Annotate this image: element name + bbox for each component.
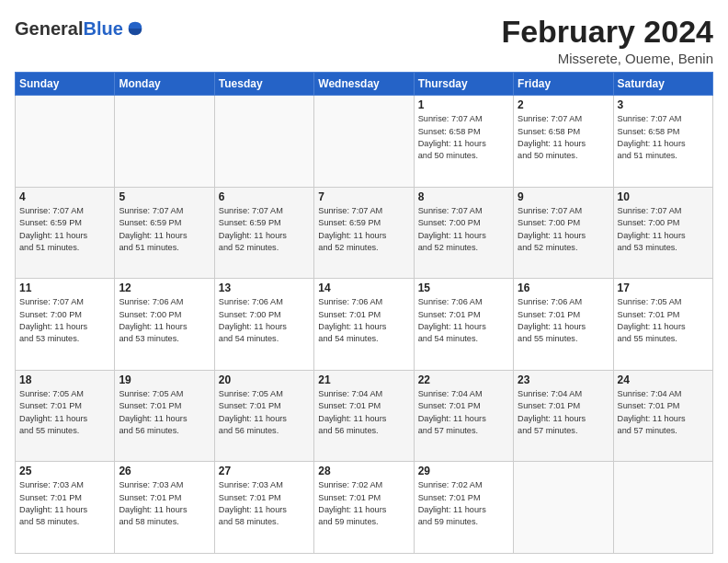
day-number: 17 — [618, 282, 709, 294]
day-number: 29 — [418, 465, 509, 477]
table-row: 17Sunrise: 7:05 AM Sunset: 7:01 PM Dayli… — [613, 279, 712, 371]
day-info: Sunrise: 7:04 AM Sunset: 7:01 PM Dayligh… — [418, 388, 509, 437]
day-info: Sunrise: 7:07 AM Sunset: 6:58 PM Dayligh… — [618, 113, 709, 162]
header: GeneralBlue February 2024 Misserete, Oue… — [15, 15, 713, 66]
col-wednesday: Wednesday — [314, 73, 414, 96]
col-sunday: Sunday — [16, 73, 115, 96]
title-area: February 2024 Misserete, Oueme, Benin — [501, 15, 713, 66]
day-info: Sunrise: 7:07 AM Sunset: 7:00 PM Dayligh… — [418, 205, 509, 254]
logo-general: General — [15, 18, 83, 39]
day-info: Sunrise: 7:07 AM Sunset: 7:00 PM Dayligh… — [19, 296, 110, 345]
table-row — [314, 96, 414, 188]
page: GeneralBlue February 2024 Misserete, Oue… — [0, 0, 728, 563]
day-number: 19 — [119, 373, 210, 386]
day-number: 28 — [318, 465, 409, 477]
day-info: Sunrise: 7:06 AM Sunset: 7:00 PM Dayligh… — [219, 296, 310, 345]
table-row — [115, 96, 214, 188]
calendar-week-row: 11Sunrise: 7:07 AM Sunset: 7:00 PM Dayli… — [16, 279, 713, 371]
logo-icon — [125, 18, 145, 39]
location: Misserete, Oueme, Benin — [501, 51, 713, 66]
day-info: Sunrise: 7:05 AM Sunset: 7:01 PM Dayligh… — [19, 388, 110, 437]
table-row: 25Sunrise: 7:03 AM Sunset: 7:01 PM Dayli… — [16, 462, 115, 554]
col-friday: Friday — [514, 73, 613, 96]
table-row — [16, 96, 115, 188]
calendar-week-row: 4Sunrise: 7:07 AM Sunset: 6:59 PM Daylig… — [16, 187, 713, 279]
day-info: Sunrise: 7:07 AM Sunset: 7:00 PM Dayligh… — [618, 205, 709, 254]
day-info: Sunrise: 7:07 AM Sunset: 6:59 PM Dayligh… — [19, 205, 110, 254]
day-info: Sunrise: 7:02 AM Sunset: 7:01 PM Dayligh… — [318, 479, 409, 528]
day-info: Sunrise: 7:05 AM Sunset: 7:01 PM Dayligh… — [119, 388, 210, 437]
day-number: 3 — [618, 98, 709, 111]
day-number: 10 — [618, 190, 709, 203]
table-row: 26Sunrise: 7:03 AM Sunset: 7:01 PM Dayli… — [115, 462, 214, 554]
calendar-table: Sunday Monday Tuesday Wednesday Thursday… — [15, 72, 713, 554]
day-number: 16 — [518, 282, 609, 294]
logo-text: GeneralBlue — [15, 18, 145, 39]
day-info: Sunrise: 7:07 AM Sunset: 6:58 PM Dayligh… — [518, 113, 609, 162]
table-row: 22Sunrise: 7:04 AM Sunset: 7:01 PM Dayli… — [414, 370, 513, 462]
col-thursday: Thursday — [414, 73, 513, 96]
table-row: 16Sunrise: 7:06 AM Sunset: 7:01 PM Dayli… — [514, 279, 613, 371]
day-number: 13 — [219, 282, 310, 294]
table-row: 3Sunrise: 7:07 AM Sunset: 6:58 PM Daylig… — [613, 96, 712, 188]
day-info: Sunrise: 7:07 AM Sunset: 6:58 PM Dayligh… — [418, 113, 509, 162]
day-number: 27 — [219, 465, 310, 477]
day-info: Sunrise: 7:02 AM Sunset: 7:01 PM Dayligh… — [418, 479, 509, 528]
table-row: 11Sunrise: 7:07 AM Sunset: 7:00 PM Dayli… — [16, 279, 115, 371]
day-info: Sunrise: 7:07 AM Sunset: 6:59 PM Dayligh… — [219, 205, 310, 254]
logo: GeneralBlue — [15, 18, 145, 39]
day-number: 4 — [19, 190, 110, 203]
day-number: 26 — [119, 465, 210, 477]
month-year: February 2024 — [501, 15, 713, 49]
table-row: 12Sunrise: 7:06 AM Sunset: 7:00 PM Dayli… — [115, 279, 214, 371]
table-row: 6Sunrise: 7:07 AM Sunset: 6:59 PM Daylig… — [214, 187, 313, 279]
table-row: 18Sunrise: 7:05 AM Sunset: 7:01 PM Dayli… — [16, 370, 115, 462]
logo-blue: Blue — [83, 18, 122, 39]
day-number: 1 — [418, 98, 509, 111]
calendar-week-row: 25Sunrise: 7:03 AM Sunset: 7:01 PM Dayli… — [16, 462, 713, 554]
day-number: 7 — [318, 190, 409, 203]
table-row — [214, 96, 313, 188]
day-info: Sunrise: 7:03 AM Sunset: 7:01 PM Dayligh… — [119, 479, 210, 528]
table-row: 13Sunrise: 7:06 AM Sunset: 7:00 PM Dayli… — [214, 279, 313, 371]
day-number: 8 — [418, 190, 509, 203]
day-info: Sunrise: 7:04 AM Sunset: 7:01 PM Dayligh… — [618, 388, 709, 437]
col-monday: Monday — [115, 73, 214, 96]
day-info: Sunrise: 7:03 AM Sunset: 7:01 PM Dayligh… — [219, 479, 310, 528]
day-number: 24 — [618, 373, 709, 386]
table-row: 27Sunrise: 7:03 AM Sunset: 7:01 PM Dayli… — [214, 462, 313, 554]
table-row: 9Sunrise: 7:07 AM Sunset: 7:00 PM Daylig… — [514, 187, 613, 279]
calendar-week-row: 1Sunrise: 7:07 AM Sunset: 6:58 PM Daylig… — [16, 96, 713, 188]
day-number: 20 — [219, 373, 310, 386]
day-info: Sunrise: 7:07 AM Sunset: 6:59 PM Dayligh… — [318, 205, 409, 254]
col-saturday: Saturday — [613, 73, 712, 96]
table-row: 20Sunrise: 7:05 AM Sunset: 7:01 PM Dayli… — [214, 370, 313, 462]
table-row: 1Sunrise: 7:07 AM Sunset: 6:58 PM Daylig… — [414, 96, 513, 188]
day-info: Sunrise: 7:04 AM Sunset: 7:01 PM Dayligh… — [518, 388, 609, 437]
day-info: Sunrise: 7:03 AM Sunset: 7:01 PM Dayligh… — [19, 479, 110, 528]
table-row: 5Sunrise: 7:07 AM Sunset: 6:59 PM Daylig… — [115, 187, 214, 279]
day-number: 9 — [518, 190, 609, 203]
table-row: 4Sunrise: 7:07 AM Sunset: 6:59 PM Daylig… — [16, 187, 115, 279]
day-info: Sunrise: 7:06 AM Sunset: 7:01 PM Dayligh… — [318, 296, 409, 345]
table-row: 15Sunrise: 7:06 AM Sunset: 7:01 PM Dayli… — [414, 279, 513, 371]
day-number: 12 — [119, 282, 210, 294]
day-number: 25 — [19, 465, 110, 477]
day-info: Sunrise: 7:05 AM Sunset: 7:01 PM Dayligh… — [219, 388, 310, 437]
calendar-header-row: Sunday Monday Tuesday Wednesday Thursday… — [16, 73, 713, 96]
day-info: Sunrise: 7:05 AM Sunset: 7:01 PM Dayligh… — [618, 296, 709, 345]
table-row: 10Sunrise: 7:07 AM Sunset: 7:00 PM Dayli… — [613, 187, 712, 279]
table-row: 7Sunrise: 7:07 AM Sunset: 6:59 PM Daylig… — [314, 187, 414, 279]
table-row: 29Sunrise: 7:02 AM Sunset: 7:01 PM Dayli… — [414, 462, 513, 554]
table-row: 23Sunrise: 7:04 AM Sunset: 7:01 PM Dayli… — [514, 370, 613, 462]
day-number: 5 — [119, 190, 210, 203]
day-info: Sunrise: 7:07 AM Sunset: 7:00 PM Dayligh… — [518, 205, 609, 254]
day-number: 2 — [518, 98, 609, 111]
table-row: 8Sunrise: 7:07 AM Sunset: 7:00 PM Daylig… — [414, 187, 513, 279]
table-row: 21Sunrise: 7:04 AM Sunset: 7:01 PM Dayli… — [314, 370, 414, 462]
day-number: 18 — [19, 373, 110, 386]
day-number: 15 — [418, 282, 509, 294]
col-tuesday: Tuesday — [214, 73, 313, 96]
table-row: 2Sunrise: 7:07 AM Sunset: 6:58 PM Daylig… — [514, 96, 613, 188]
table-row: 14Sunrise: 7:06 AM Sunset: 7:01 PM Dayli… — [314, 279, 414, 371]
